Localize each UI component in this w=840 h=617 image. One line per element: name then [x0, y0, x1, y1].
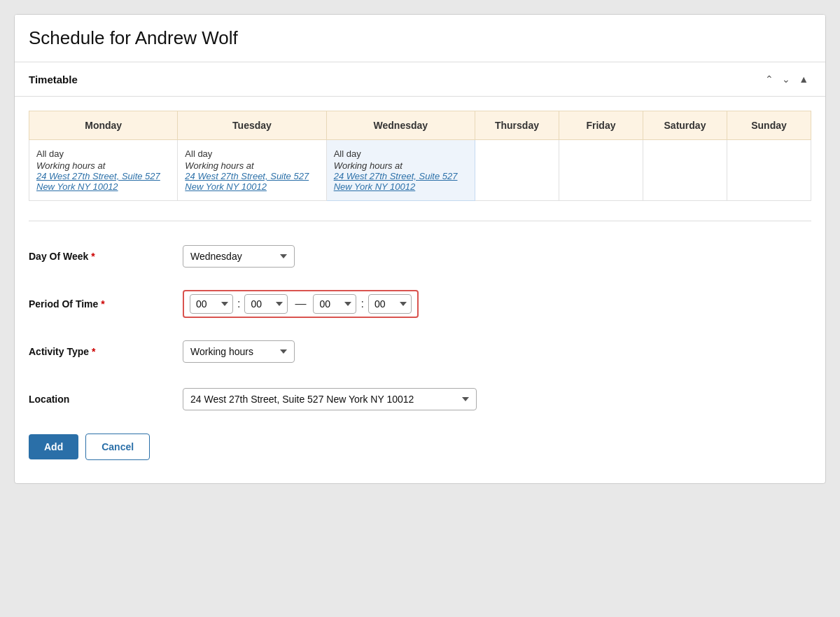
monday-allday: All day [36, 148, 170, 159]
expand-button[interactable]: ▲ [796, 72, 811, 86]
tuesday-workinghours: Working hours at [185, 160, 253, 171]
day-of-week-row: Day Of Week * Monday Tuesday Wednesday T… [29, 241, 811, 272]
col-thursday: Thursday [475, 111, 559, 140]
period-required: * [101, 298, 104, 310]
activity-required: * [92, 346, 95, 357]
tuesday-address[interactable]: 24 West 27th Street, Suite 527 New York … [185, 171, 309, 192]
colon-2: : [359, 298, 365, 310]
col-tuesday: Tuesday [178, 111, 326, 140]
tuesday-allday: All day [185, 148, 318, 159]
col-sunday: Sunday [727, 111, 811, 140]
timetable-title: Timetable [29, 74, 78, 85]
divider [29, 221, 811, 221]
location-select[interactable]: 24 West 27th Street, Suite 527 New York … [183, 388, 477, 410]
collapse-down-button[interactable]: ⌄ [779, 72, 793, 86]
period-of-time-label: Period Of Time * [29, 298, 183, 310]
day-of-week-required: * [91, 251, 94, 262]
period-wrapper: 00 010203 040506 070809 101112 131415 16… [183, 290, 419, 318]
collapse-up-button[interactable]: ⌃ [762, 72, 776, 86]
colon-1: : [236, 298, 241, 310]
location-row: Location 24 West 27th Street, Suite 527 … [29, 384, 811, 415]
page-title-bar: Schedule for Andrew Wolf [15, 15, 825, 62]
wednesday-allday: All day [334, 148, 468, 159]
wednesday-workinghours: Working hours at [334, 160, 402, 171]
cell-sunday [727, 140, 811, 201]
button-row: Add Cancel [29, 431, 811, 462]
activity-type-label: Activity Type * [29, 346, 183, 357]
section-controls: ⌃ ⌄ ▲ [762, 72, 811, 86]
col-saturday: Saturday [643, 111, 727, 140]
monday-workinghours: Working hours at [36, 160, 105, 171]
col-wednesday: Wednesday [326, 111, 475, 140]
period-start-hour-select[interactable]: 00 010203 040506 070809 101112 131415 16… [190, 294, 233, 314]
cell-friday [559, 140, 643, 201]
dash-separator: — [290, 298, 310, 310]
cell-tuesday: All day Working hours at 24 West 27th St… [178, 140, 326, 201]
activity-type-row: Activity Type * Working hours Break Off [29, 336, 811, 367]
day-of-week-select[interactable]: Monday Tuesday Wednesday Thursday Friday… [183, 245, 295, 268]
cell-thursday [475, 140, 559, 201]
period-of-time-row: Period Of Time * 00 010203 040506 070809… [29, 289, 811, 319]
col-friday: Friday [559, 111, 643, 140]
timetable-body: Monday Tuesday Wednesday Thursday Friday… [15, 97, 825, 221]
monday-address[interactable]: 24 West 27th Street, Suite 527 New York … [36, 171, 160, 192]
cell-saturday [643, 140, 727, 201]
main-container: Schedule for Andrew Wolf Timetable ⌃ ⌄ ▲… [14, 14, 826, 484]
period-start-min-select[interactable]: 00 051015 202530 354045 5055 [244, 294, 288, 314]
timetable-section-header: Timetable ⌃ ⌄ ▲ [15, 62, 825, 97]
cell-wednesday: All day Working hours at 24 West 27th St… [326, 140, 475, 201]
add-button[interactable]: Add [29, 434, 78, 459]
day-of-week-label: Day Of Week * [29, 251, 183, 262]
cell-monday: All day Working hours at 24 West 27th St… [29, 140, 178, 201]
form-section: Day Of Week * Monday Tuesday Wednesday T… [15, 234, 825, 483]
period-end-min-select[interactable]: 00 051015 202530 354045 5055 [368, 294, 412, 314]
cancel-button[interactable]: Cancel [85, 434, 150, 460]
period-end-hour-select[interactable]: 00 010203 040506 070809 101112 131415 16… [313, 294, 356, 314]
calendar-table: Monday Tuesday Wednesday Thursday Friday… [29, 111, 811, 201]
location-control: 24 West 27th Street, Suite 527 New York … [183, 388, 477, 410]
page-title: Schedule for Andrew Wolf [29, 27, 811, 49]
activity-type-control: Working hours Break Off [183, 340, 295, 363]
col-monday: Monday [29, 111, 178, 140]
day-of-week-control: Monday Tuesday Wednesday Thursday Friday… [183, 245, 295, 268]
location-label: Location [29, 394, 183, 405]
wednesday-address[interactable]: 24 West 27th Street, Suite 527 New York … [334, 171, 458, 192]
activity-type-select[interactable]: Working hours Break Off [183, 340, 295, 363]
